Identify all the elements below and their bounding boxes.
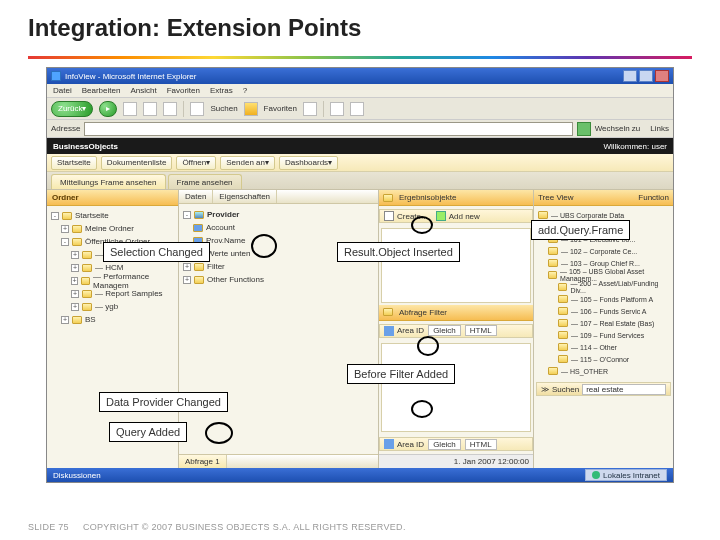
open-button[interactable]: Öffnen ▾ xyxy=(176,156,216,170)
tree-item[interactable]: — 105 – Fonds Platform A xyxy=(571,296,653,303)
folder-item[interactable]: — Report Samples xyxy=(95,289,163,298)
tab-properties[interactable]: Eigenschaften xyxy=(213,190,277,203)
filter-op[interactable]: Gleich xyxy=(428,325,461,336)
field-provname[interactable]: Prov.Name xyxy=(206,236,245,245)
treeview-label: Tree View xyxy=(538,193,574,202)
filter-type[interactable]: HTML xyxy=(465,325,497,336)
sec-values[interactable]: Werte unten xyxy=(207,249,250,258)
stop-icon[interactable] xyxy=(123,102,137,116)
filter-row2: Area ID Gleich HTML xyxy=(379,437,533,451)
filter-label: Abfrage Filter xyxy=(399,308,447,317)
doclist-button[interactable]: Dokumentenliste xyxy=(101,156,173,170)
menu-edit[interactable]: Bearbeiten xyxy=(82,86,121,95)
forward-button[interactable]: ▸ xyxy=(99,101,117,117)
expand-icon[interactable]: + xyxy=(183,263,191,271)
expand-icon[interactable]: + xyxy=(61,316,69,324)
tree-item[interactable]: — HS_OTHER xyxy=(561,368,608,375)
sendto-button[interactable]: Senden an ▾ xyxy=(220,156,275,170)
expand-icon[interactable]: + xyxy=(71,251,79,259)
menu-extras[interactable]: Extras xyxy=(210,86,233,95)
folder-icon xyxy=(62,212,72,220)
folder-item[interactable]: Meine Ordner xyxy=(85,224,134,233)
tree-item[interactable]: — 114 – Other xyxy=(571,344,617,351)
tree-item[interactable]: — 115 – O'Connor xyxy=(571,356,629,363)
folder-item[interactable]: — ygb xyxy=(95,302,118,311)
back-button[interactable]: Zurück ▾ xyxy=(51,101,93,117)
tree-item[interactable]: — 109 – Fund Services xyxy=(571,332,644,339)
filter-op2[interactable]: Gleich xyxy=(428,439,461,450)
plus-icon[interactable] xyxy=(436,211,446,221)
favorites-label[interactable]: Favoriten xyxy=(264,104,297,113)
sec-other[interactable]: Other Functions xyxy=(207,275,264,284)
dimension-icon xyxy=(193,224,203,232)
search-icon[interactable] xyxy=(190,102,204,116)
tab-data[interactable]: Daten xyxy=(179,190,213,203)
filter-field[interactable]: Area ID xyxy=(397,326,424,335)
expand-icon[interactable]: + xyxy=(61,225,69,233)
maximize-button[interactable] xyxy=(639,70,653,82)
close-button[interactable] xyxy=(655,70,669,82)
address-input[interactable] xyxy=(84,122,572,136)
provider-group[interactable]: Provider xyxy=(207,210,239,219)
statusbar: Diskussionen Lokales Intranet xyxy=(47,468,673,482)
callout-add-query-frame: add.Query.Frame xyxy=(531,220,630,240)
expand-icon[interactable]: - xyxy=(51,212,59,220)
tree-item[interactable]: — 102 – Corporate Ce... xyxy=(561,248,637,255)
mail-icon[interactable] xyxy=(330,102,344,116)
home-button[interactable]: Startseite xyxy=(51,156,97,170)
menu-file[interactable]: Datei xyxy=(53,86,72,95)
callout-query-added: Query Added xyxy=(109,422,187,442)
expand-icon[interactable]: - xyxy=(183,211,191,219)
tab-message-frame[interactable]: Mitteilungs Frame ansehen xyxy=(51,174,166,189)
tree-item[interactable]: — UBS Corporate Data xyxy=(551,212,624,219)
dimension-icon xyxy=(384,326,394,336)
tree-item[interactable]: — 103 – Group Chief R... xyxy=(561,260,640,267)
tree-item[interactable]: — 200 – Asset/Liab/Funding Div... xyxy=(570,280,669,294)
menu-help[interactable]: ? xyxy=(243,86,247,95)
expand-icon[interactable]: + xyxy=(71,277,78,285)
menu-view[interactable]: Ansicht xyxy=(130,86,156,95)
panel-icon xyxy=(383,194,393,202)
folder-root[interactable]: Startseite xyxy=(75,211,109,220)
links-label[interactable]: Links xyxy=(650,124,669,133)
folder-icon xyxy=(72,225,82,233)
go-label[interactable]: Wechseln zu xyxy=(595,124,641,133)
print-icon[interactable] xyxy=(350,102,364,116)
tab-frame[interactable]: Frame ansehen xyxy=(168,174,242,189)
refresh-icon[interactable] xyxy=(143,102,157,116)
titlebar: InfoView - Microsoft Internet Explorer xyxy=(47,68,673,84)
field-account[interactable]: Account xyxy=(206,223,235,232)
addnew-button[interactable]: Add new xyxy=(449,212,480,221)
globe-icon xyxy=(592,471,600,479)
search-label[interactable]: Suchen xyxy=(210,104,237,113)
folder-item[interactable]: BS xyxy=(85,315,96,324)
sec-filter[interactable]: Filter xyxy=(207,262,225,271)
menu-favorites[interactable]: Favoriten xyxy=(167,86,200,95)
dashboards-button[interactable]: Dashboards ▾ xyxy=(279,156,338,170)
node-icon xyxy=(558,319,568,327)
result-drop-area[interactable] xyxy=(381,228,531,303)
right-main: Ergebnisobjekte Create... Add new Abfrag… xyxy=(379,190,533,468)
expand-icon[interactable]: + xyxy=(71,290,79,298)
search-input[interactable]: real estate xyxy=(582,384,666,395)
window-title: InfoView - Microsoft Internet Explorer xyxy=(65,72,196,81)
search-btn[interactable]: Suchen xyxy=(552,385,579,394)
home-icon[interactable] xyxy=(163,102,177,116)
expand-icon[interactable]: - xyxy=(61,238,69,246)
go-button[interactable] xyxy=(577,122,591,136)
tree-item[interactable]: — 107 – Real Estate (Bas) xyxy=(571,320,654,327)
history-icon[interactable] xyxy=(303,102,317,116)
add-icon[interactable] xyxy=(384,211,394,221)
folder-item[interactable]: — Performance Managem xyxy=(93,272,174,290)
favorites-icon[interactable] xyxy=(244,102,258,116)
filter-field2[interactable]: Area ID xyxy=(397,440,424,449)
tab-query1[interactable]: Abfrage 1 xyxy=(179,455,227,468)
folder-tree[interactable]: -Startseite +Meine Ordner -Öffentliche O… xyxy=(47,206,178,329)
expand-icon[interactable]: + xyxy=(183,276,191,284)
tree-item[interactable]: — 106 – Funds Servic A xyxy=(571,308,646,315)
filter-type2[interactable]: HTML xyxy=(465,439,497,450)
expand-icon[interactable]: + xyxy=(71,264,79,272)
filter-drop-area[interactable] xyxy=(381,343,531,432)
minimize-button[interactable] xyxy=(623,70,637,82)
expand-icon[interactable]: + xyxy=(71,303,79,311)
